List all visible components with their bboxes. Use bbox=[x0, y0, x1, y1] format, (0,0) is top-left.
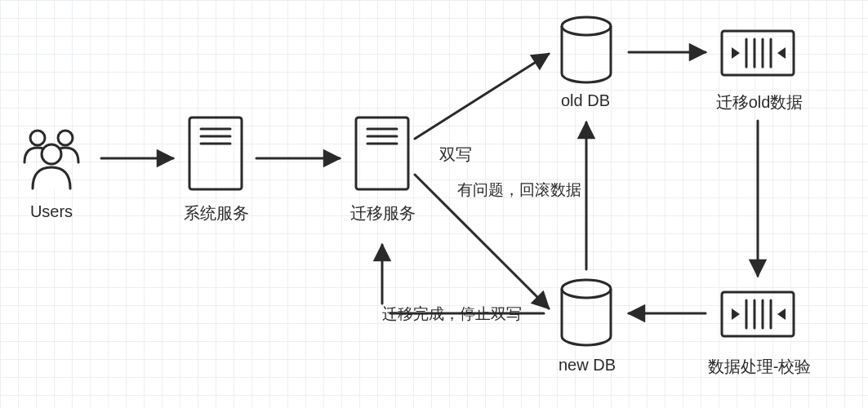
database-icon bbox=[557, 15, 616, 85]
server-icon bbox=[186, 114, 245, 193]
old-db-label: old DB bbox=[541, 91, 630, 110]
svg-marker-19 bbox=[777, 47, 786, 59]
compact-icon bbox=[719, 289, 797, 339]
system-service-label: 系统服务 bbox=[171, 202, 261, 224]
new-db-label: new DB bbox=[542, 356, 632, 375]
old-db-node bbox=[557, 15, 616, 85]
users-node bbox=[15, 126, 88, 192]
compact-icon bbox=[719, 28, 797, 78]
new-db-node bbox=[557, 277, 616, 348]
database-icon bbox=[557, 277, 616, 348]
users-label: Users bbox=[15, 202, 88, 221]
svg-point-0 bbox=[30, 131, 45, 145]
complete-label: 迁移完成，停止双写 bbox=[382, 304, 522, 325]
diagram-canvas: Users 系统服务 迁移服务 bbox=[0, 0, 868, 408]
svg-point-12 bbox=[562, 280, 611, 298]
data-validate-label: 数据处理-校验 bbox=[694, 356, 825, 378]
svg-point-1 bbox=[58, 131, 73, 145]
svg-point-11 bbox=[562, 17, 611, 35]
migrate-old-data-label: 迁移old数据 bbox=[702, 91, 817, 113]
users-icon bbox=[15, 126, 88, 192]
data-validate-node bbox=[719, 289, 797, 339]
migration-service-node bbox=[353, 114, 412, 193]
dual-write-label: 双写 bbox=[439, 144, 472, 166]
arrow-migration-to-olddb bbox=[415, 54, 549, 139]
system-service-node bbox=[186, 114, 245, 193]
migrate-old-data-node bbox=[719, 28, 797, 78]
svg-marker-14 bbox=[732, 47, 740, 59]
rollback-label: 有问题，回滚数据 bbox=[457, 180, 581, 201]
svg-marker-26 bbox=[777, 308, 786, 320]
svg-marker-21 bbox=[732, 308, 740, 320]
svg-point-2 bbox=[42, 144, 61, 164]
server-icon bbox=[353, 114, 412, 193]
migration-service-label: 迁移服务 bbox=[338, 202, 428, 224]
